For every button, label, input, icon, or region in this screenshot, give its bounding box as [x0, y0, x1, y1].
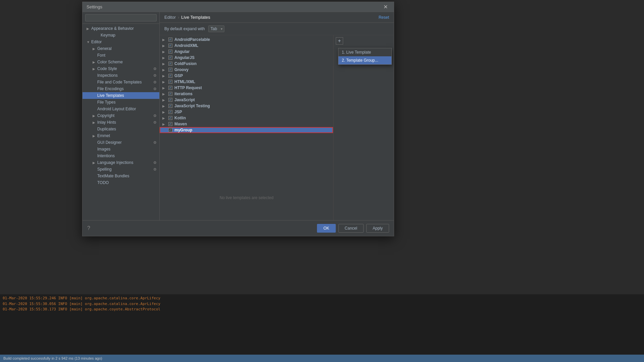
console-line-1: 01-Mar-2020 15:55:29.246 INFO [main] org… [3, 296, 641, 301]
dialog-body: ▶ Appearance & Behavior ▶ Keymap ▼ Edito… [83, 12, 394, 220]
template-group-kotlin[interactable]: ▶ Kotlin [160, 115, 333, 121]
apply-button[interactable]: Apply [366, 224, 389, 233]
sidebar-item-editor[interactable]: ▼ Editor [83, 39, 159, 45]
template-group-mygroup[interactable]: ▶ myGroup [160, 127, 333, 133]
sidebar-item-inlay-hints[interactable]: ▶ Inlay Hints ⚙ [83, 119, 159, 126]
sidebar-item-code-style[interactable]: ▶ Code Style ⚙ [83, 65, 159, 72]
group-checkbox[interactable] [168, 104, 172, 108]
group-checkbox[interactable] [168, 74, 172, 78]
dialog-footer: ? OK Cancel Apply [83, 220, 394, 236]
group-checkbox[interactable] [168, 50, 172, 54]
sidebar-item-label: General [97, 46, 112, 51]
sidebar-item-file-types[interactable]: File Types [83, 99, 159, 106]
reset-link[interactable]: Reset [379, 15, 389, 20]
template-group-html-xml[interactable]: ▶ HTML/XML [160, 79, 333, 85]
help-button[interactable]: ? [87, 225, 90, 231]
sidebar-item-keymap[interactable]: ▶ Keymap [83, 32, 159, 39]
group-checkbox[interactable] [168, 68, 172, 72]
sidebar-item-spelling[interactable]: Spelling ⚙ [83, 166, 159, 173]
group-name: ColdFusion [174, 61, 197, 66]
group-name: Maven [174, 122, 187, 126]
add-button[interactable]: + [336, 37, 343, 45]
templates-list: ▶ AndroidParcelable ▶ AndroidXML ▶ [160, 35, 333, 220]
template-group-angular[interactable]: ▶ Angular [160, 49, 333, 55]
sidebar-item-duplicates[interactable]: Duplicates [83, 126, 159, 132]
template-group-coldfusion[interactable]: ▶ ColdFusion [160, 61, 333, 67]
sidebar-item-color-scheme[interactable]: ▶ Color Scheme [83, 59, 159, 65]
group-checkbox[interactable] [168, 122, 172, 126]
template-group-javascript[interactable]: ▶ JavaScript [160, 97, 333, 103]
breadcrumb-separator: › [178, 15, 179, 20]
sidebar-item-android-layout[interactable]: Android Layout Editor [83, 106, 159, 112]
close-button[interactable]: ✕ [381, 4, 390, 10]
footer-buttons: OK Cancel Apply [317, 224, 389, 233]
group-checkbox[interactable] [168, 98, 172, 102]
group-name: JavaScript Testing [174, 104, 210, 108]
sidebar-item-todo[interactable]: TODO [83, 179, 159, 186]
template-group-gsp[interactable]: ▶ GSP [160, 73, 333, 79]
sidebar-item-label: File Encodings [97, 86, 124, 91]
sidebar-search-input[interactable] [85, 14, 157, 21]
expand-arrow: ▶ [162, 74, 166, 78]
template-group-angularjs[interactable]: ▶ AngularJS [160, 55, 333, 61]
sidebar-item-general[interactable]: ▶ General [83, 45, 159, 52]
sidebar-item-file-encodings[interactable]: File Encodings ⚙ [83, 85, 159, 92]
sidebar-item-intentions[interactable]: Intentions [83, 153, 159, 159]
expand-arrow: ▶ [162, 92, 166, 96]
sidebar-item-copyright[interactable]: ▶ Copyright ⚙ [83, 112, 159, 119]
group-name: Groovy [174, 67, 189, 72]
sidebar-item-label: Code Style [97, 66, 117, 71]
cancel-button[interactable]: Cancel [338, 224, 364, 233]
sidebar-item-font[interactable]: Font [83, 52, 159, 59]
group-checkbox[interactable] [168, 38, 172, 42]
arrow-icon: ▶ [93, 60, 96, 64]
sidebar-item-images[interactable]: Images [83, 146, 159, 153]
group-checkbox[interactable] [168, 80, 172, 84]
template-group-http-request[interactable]: ▶ HTTP Request [160, 85, 333, 91]
group-checkbox[interactable] [168, 62, 172, 66]
expand-arrow: ▶ [162, 86, 166, 90]
sidebar-item-live-templates[interactable]: Live Templates [83, 92, 159, 99]
group-checkbox[interactable] [168, 86, 172, 90]
template-group-jsp[interactable]: ▶ JSP [160, 109, 333, 115]
group-checkbox[interactable] [168, 116, 172, 120]
sidebar-item-appearance[interactable]: ▶ Appearance & Behavior [83, 25, 159, 32]
sidebar-item-label: Color Scheme [97, 60, 123, 64]
template-group-iterations[interactable]: ▶ iterations [160, 91, 333, 97]
group-checkbox[interactable] [168, 128, 172, 132]
sidebar-item-label: File Types [97, 100, 115, 105]
group-checkbox[interactable] [168, 110, 172, 114]
group-checkbox[interactable] [168, 44, 172, 48]
group-name: HTTP Request [174, 85, 202, 90]
dropdown-item-template-group[interactable]: 2. Template Group... [338, 56, 391, 64]
expand-arrow: ▶ [162, 104, 166, 108]
settings-icon: ⚙ [153, 114, 157, 118]
breadcrumb-current: Live Templates [181, 15, 210, 20]
settings-icon: ⚙ [153, 161, 157, 165]
template-group-androidparcelable[interactable]: ▶ AndroidParcelable [160, 37, 333, 43]
sidebar-item-file-code-templates[interactable]: File and Code Templates ⚙ [83, 79, 159, 85]
sidebar-item-label: Inspections [97, 73, 118, 78]
template-group-androidxml[interactable]: ▶ AndroidXML [160, 43, 333, 49]
template-group-groovy[interactable]: ▶ Groovy [160, 67, 333, 73]
sidebar-item-textmate-bundles[interactable]: TextMate Bundles [83, 173, 159, 179]
sidebar-item-label: Editor [91, 40, 102, 44]
group-checkbox[interactable] [168, 92, 172, 96]
dialog-title: Settings [87, 4, 102, 9]
sidebar-item-label: Keymap [101, 33, 115, 38]
expand-select[interactable]: Tab [208, 25, 224, 32]
sidebar-item-emmet[interactable]: ▶ Emmet [83, 132, 159, 139]
add-btn-wrapper: + 1. Live Template 2. Template Group... [336, 37, 392, 45]
sidebar-item-gui-designer[interactable]: GUI Designer ⚙ [83, 139, 159, 146]
sidebar-item-label: Duplicates [97, 127, 116, 131]
sidebar-item-inspections[interactable]: Inspections ⚙ [83, 72, 159, 79]
expand-arrow: ▶ [162, 122, 166, 126]
template-group-maven[interactable]: ▶ Maven [160, 121, 333, 127]
group-checkbox[interactable] [168, 56, 172, 60]
console-line-2: 01-Mar-2020 15:55:30.056 INFO [main] org… [3, 301, 641, 307]
ok-button[interactable]: OK [317, 224, 335, 233]
dropdown-item-live-template[interactable]: 1. Live Template [338, 48, 391, 56]
template-group-javascript-testing[interactable]: ▶ JavaScript Testing [160, 103, 333, 109]
console-line-3: 01-Mar-2020 15:55:30.173 INFO [main] org… [3, 307, 641, 312]
sidebar-item-language-injections[interactable]: ▶ Language Injections ⚙ [83, 159, 159, 166]
